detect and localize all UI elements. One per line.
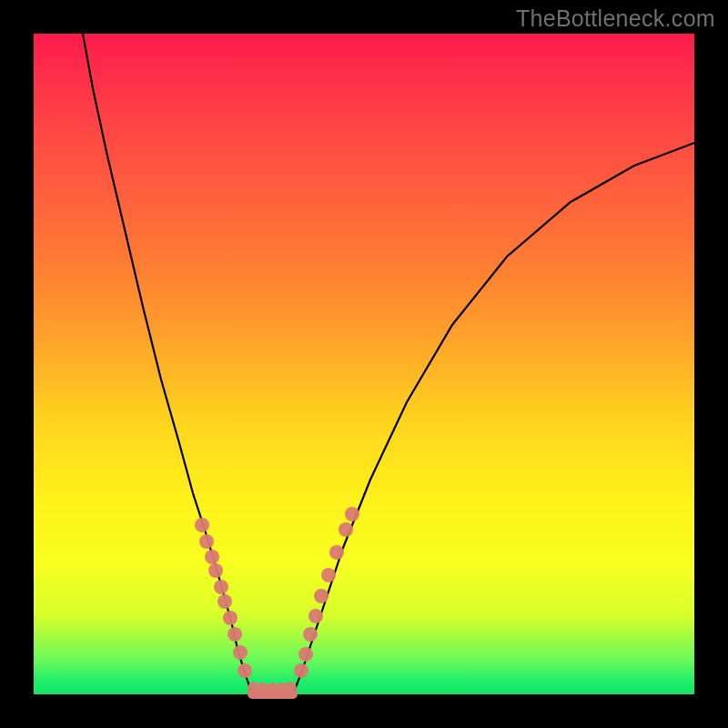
data-point: [339, 522, 353, 537]
data-point: [294, 663, 308, 678]
data-point: [195, 518, 209, 532]
chart-frame: TheBottleneck.com: [0, 0, 728, 728]
data-point: [217, 594, 232, 609]
data-point: [228, 627, 242, 642]
data-point: [314, 589, 329, 603]
data-point: [284, 682, 297, 694]
data-point: [223, 611, 238, 625]
data-point: [199, 534, 214, 549]
data-point: [329, 545, 344, 560]
right-branch-curve: [293, 143, 694, 694]
data-point: [208, 563, 223, 578]
data-point: [205, 550, 219, 564]
data-point: [214, 580, 228, 594]
data-point: [308, 609, 323, 623]
data-point: [303, 627, 318, 642]
data-points: [195, 507, 359, 695]
data-point: [238, 663, 252, 678]
curve-layer: [34, 34, 694, 694]
data-point: [345, 507, 359, 521]
watermark-text: TheBottleneck.com: [516, 5, 715, 32]
data-point: [233, 645, 248, 660]
data-point: [298, 647, 313, 662]
data-point: [321, 568, 336, 582]
plot-area: [34, 34, 694, 694]
